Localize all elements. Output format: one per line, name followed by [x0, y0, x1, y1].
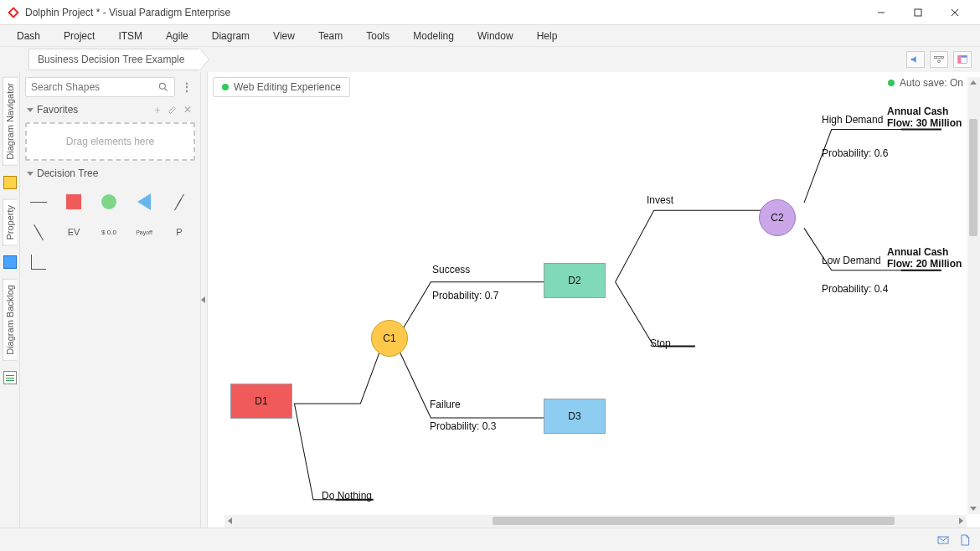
- palette-chance-circle[interactable]: [99, 193, 119, 211]
- svg-rect-3: [915, 9, 921, 16]
- label-failure[interactable]: Failure: [430, 399, 461, 410]
- panel-toggle-icon[interactable]: [953, 51, 972, 68]
- side-rail: Diagram Navigator Property Diagram Backl…: [0, 72, 20, 528]
- menu-help[interactable]: Help: [525, 27, 570, 45]
- mail-icon[interactable]: [936, 533, 950, 547]
- menu-window[interactable]: Window: [466, 27, 525, 45]
- menu-view[interactable]: View: [261, 27, 307, 45]
- shapes-panel: ⋮ Favorites ＋ ✕ Drag elements here Decis…: [20, 72, 201, 528]
- minimize-button[interactable]: [863, 1, 900, 24]
- svg-marker-21: [970, 80, 977, 85]
- label-cashflow-30[interactable]: Annual CashFlow: 30 Million: [887, 106, 962, 129]
- favorites-title: Favorites: [37, 104, 78, 116]
- menu-modeling[interactable]: Modeling: [401, 27, 466, 45]
- svg-marker-20: [959, 518, 963, 524]
- svg-line-14: [165, 89, 168, 91]
- menu-tools[interactable]: Tools: [354, 27, 401, 45]
- search-input[interactable]: [31, 81, 157, 93]
- svg-rect-12: [961, 55, 967, 57]
- remove-favorite-icon[interactable]: ✕: [182, 104, 193, 116]
- navigator-icon[interactable]: [3, 176, 17, 189]
- palette-probability-label[interactable]: P: [169, 223, 189, 241]
- favorites-header[interactable]: Favorites ＋ ✕: [25, 102, 195, 117]
- node-c2[interactable]: C2: [759, 199, 796, 236]
- label-high-demand[interactable]: High Demand: [822, 114, 883, 126]
- vertical-scrollbar[interactable]: [967, 77, 980, 514]
- palette-axis[interactable]: [28, 253, 49, 271]
- rail-tab-property[interactable]: Property: [3, 199, 17, 246]
- tab-strip: Business Decision Tree Example: [0, 47, 980, 72]
- scroll-thumb-h[interactable]: [493, 517, 895, 525]
- label-stop[interactable]: Stop: [650, 337, 671, 349]
- label-prob-failure[interactable]: Probability: 0.3: [430, 420, 496, 432]
- scroll-up-icon[interactable]: [967, 77, 979, 89]
- svg-rect-6: [935, 57, 944, 59]
- layout-icon[interactable]: [930, 51, 948, 68]
- menu-agile[interactable]: Agile: [154, 27, 200, 45]
- edit-favorite-icon[interactable]: [167, 104, 178, 116]
- label-prob-high[interactable]: Probability: 0.6: [822, 147, 888, 159]
- menu-team[interactable]: Team: [307, 27, 354, 45]
- announce-icon[interactable]: [906, 51, 925, 68]
- backlog-icon[interactable]: [3, 371, 17, 384]
- svg-marker-22: [970, 507, 977, 511]
- decision-tree-title: Decision Tree: [37, 167, 98, 179]
- panel-splitter[interactable]: [201, 72, 208, 528]
- add-favorite-icon[interactable]: ＋: [152, 104, 163, 116]
- palette-branch-right[interactable]: [28, 223, 49, 241]
- palette-ev-label[interactable]: EV: [64, 223, 84, 241]
- caret-down-icon: [27, 172, 34, 176]
- search-menu-icon[interactable]: ⋮: [178, 84, 195, 90]
- maximize-button[interactable]: [900, 1, 936, 24]
- rail-tab-backlog[interactable]: Diagram Backlog: [3, 279, 17, 361]
- label-prob-low[interactable]: Probability: 0.4: [822, 283, 888, 295]
- decision-palette: EV $ 0.0 Payoff P: [25, 186, 195, 278]
- label-low-demand[interactable]: Low Demand: [822, 255, 881, 266]
- breadcrumb-tab[interactable]: Business Decision Tree Example: [28, 49, 199, 70]
- scroll-down-icon[interactable]: [967, 502, 979, 514]
- menu-dash[interactable]: Dash: [5, 27, 52, 45]
- search-icon: [157, 81, 169, 93]
- menu-project[interactable]: Project: [52, 27, 106, 45]
- app-logo-icon: [7, 6, 20, 19]
- menu-diagram[interactable]: Diagram: [200, 27, 261, 45]
- node-d2[interactable]: D2: [544, 263, 606, 298]
- palette-dollar-label[interactable]: $ 0.0: [99, 223, 119, 241]
- label-do-nothing[interactable]: Do Nothing: [322, 490, 372, 502]
- favorites-dropzone[interactable]: Drag elements here: [25, 122, 195, 161]
- title-bar: Dolphin Project * - Visual Paradigm Ente…: [0, 0, 980, 25]
- document-icon[interactable]: [958, 533, 972, 547]
- label-invest[interactable]: Invest: [647, 194, 673, 206]
- label-prob-success[interactable]: Probability: 0.7: [432, 290, 498, 301]
- decision-tree-header[interactable]: Decision Tree: [25, 166, 195, 181]
- scroll-right-icon[interactable]: [955, 515, 967, 527]
- menu-bar: Dash Project ITSM Agile Diagram View Tea…: [0, 25, 980, 47]
- property-icon[interactable]: [3, 255, 17, 269]
- svg-point-13: [159, 83, 165, 89]
- svg-rect-9: [938, 60, 940, 62]
- palette-terminator-triangle[interactable]: [134, 193, 154, 211]
- shape-search[interactable]: [25, 77, 175, 97]
- node-d3[interactable]: D3: [544, 399, 606, 434]
- menu-itsm[interactable]: ITSM: [106, 27, 154, 45]
- horizontal-scrollbar[interactable]: [224, 515, 967, 528]
- splitter-collapse-icon: [201, 296, 205, 303]
- svg-marker-19: [228, 518, 232, 524]
- window-title: Dolphin Project * - Visual Paradigm Ente…: [25, 7, 863, 18]
- node-d1[interactable]: D1: [230, 384, 292, 419]
- rail-tab-navigator[interactable]: Diagram Navigator: [3, 77, 17, 166]
- label-cashflow-20[interactable]: Annual CashFlow: 20 Million: [887, 246, 962, 270]
- node-c1[interactable]: C1: [371, 320, 408, 357]
- scroll-left-icon[interactable]: [224, 515, 236, 527]
- status-bar: [0, 528, 980, 551]
- diagram-editor[interactable]: Web Editing Experience Auto save: On: [208, 72, 980, 528]
- label-success[interactable]: Success: [432, 264, 470, 276]
- caret-down-icon: [27, 108, 34, 112]
- palette-decision-square[interactable]: [64, 193, 84, 211]
- svg-rect-11: [958, 55, 962, 63]
- palette-payoff-label[interactable]: Payoff: [134, 223, 154, 241]
- palette-line[interactable]: [28, 193, 49, 211]
- close-button[interactable]: [936, 1, 973, 24]
- scroll-thumb-v[interactable]: [969, 119, 977, 236]
- palette-branch-left[interactable]: [169, 193, 189, 211]
